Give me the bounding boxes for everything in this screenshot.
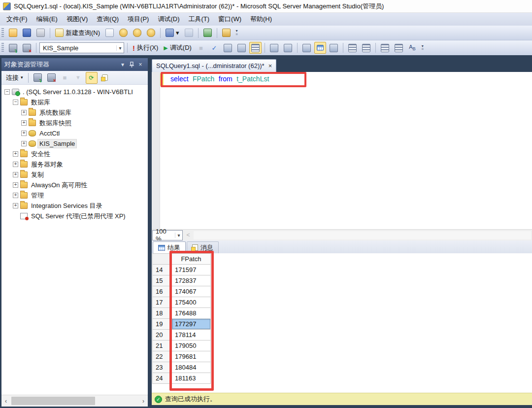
oe-connect-button[interactable] (32, 72, 44, 84)
oe-refresh-button[interactable]: ⟳ (86, 72, 98, 84)
include-actual-plan-button[interactable] (268, 42, 280, 54)
grid-cell[interactable]: 180484 (172, 362, 211, 373)
grid-row-header[interactable]: 23 (153, 362, 172, 373)
menu-item[interactable]: 调试(D) (153, 13, 184, 26)
parse-button[interactable]: ✓ (208, 42, 220, 54)
expand-icon[interactable]: + (21, 141, 27, 146)
results-to-text-button[interactable] (300, 42, 313, 54)
specify-values-button[interactable]: AB (406, 42, 418, 54)
tree-item[interactable]: −数据库 (1, 97, 148, 107)
tree-item[interactable]: +安全性 (1, 149, 148, 159)
oe-stop-script-button[interactable] (99, 72, 111, 84)
menu-item[interactable]: 项目(P) (123, 13, 153, 26)
query-designer-button[interactable] (235, 42, 248, 54)
grid-cell[interactable]: 178114 (172, 330, 211, 340)
scroll-left-arrow-icon[interactable]: ‹ (1, 398, 10, 405)
grid-row-header[interactable]: 22 (153, 351, 172, 362)
menu-item[interactable]: 工具(T) (184, 13, 214, 26)
specify-template-values-button[interactable] (249, 42, 262, 54)
scrollbar-thumb[interactable] (11, 397, 95, 405)
expand-icon[interactable]: + (13, 172, 18, 177)
toolbar-overflow-button[interactable]: ▾= (234, 30, 240, 36)
menu-item[interactable]: 视图(V) (62, 13, 92, 26)
auto-hide-pin-button[interactable] (127, 60, 136, 69)
grid-row-header[interactable]: 19 (153, 319, 172, 330)
query-editor[interactable]: select FPatch from t_PatchLst (152, 72, 532, 229)
grid-cell[interactable]: 179050 (172, 340, 211, 351)
grid-cell[interactable]: 172837 (172, 275, 211, 286)
increase-indent-button[interactable] (393, 42, 405, 54)
object-explorer-hscrollbar[interactable]: ‹ › (1, 395, 148, 407)
grid-cell-selected[interactable]: 177297 (172, 319, 211, 330)
oe-disconnect-button[interactable] (45, 72, 58, 84)
estimated-plan-button[interactable] (222, 42, 234, 54)
tree-item[interactable]: SQL Server 代理(已禁用代理 XP) (1, 211, 148, 221)
debug-button[interactable]: ▶ 调试(D) (162, 42, 194, 54)
grid-column-header[interactable]: FPatch (172, 254, 211, 265)
tree-item[interactable]: +Integration Services 目录 (1, 201, 148, 211)
comment-button[interactable] (346, 42, 359, 54)
window-position-button[interactable]: ▾ (118, 60, 127, 69)
grid-corner-cell[interactable] (153, 254, 172, 265)
editor-scroll-left-icon[interactable]: < (183, 232, 194, 238)
expand-icon[interactable]: + (21, 131, 27, 136)
tree-item[interactable]: −. (SQL Server 11.0.3128 - WIN-V6BTLI (1, 87, 148, 97)
grid-cell[interactable]: 179681 (172, 351, 211, 362)
expand-icon[interactable]: + (13, 151, 18, 157)
tree-item[interactable]: +AlwaysOn 高可用性 (1, 180, 148, 190)
expand-icon[interactable]: + (21, 120, 27, 126)
database-engine-query-button[interactable] (103, 27, 116, 39)
close-panel-button[interactable]: × (136, 60, 145, 69)
save-button[interactable] (21, 27, 33, 39)
grid-cell[interactable]: 171597 (172, 265, 211, 275)
object-explorer-header[interactable]: 对象资源管理器 ▾ × (1, 58, 148, 71)
execute-button[interactable]: ! 执行(X) (131, 42, 160, 54)
menu-item[interactable]: 窗口(W) (214, 13, 246, 26)
scrollbar-track[interactable] (10, 395, 139, 407)
print-button[interactable] (34, 27, 47, 39)
grid-cell[interactable]: 174067 (172, 286, 211, 297)
query-text[interactable]: select FPatch from t_PatchLst (170, 75, 269, 83)
toolbar-grip[interactable] (1, 43, 4, 53)
open-window-dropdown-button[interactable]: ▾ (164, 27, 181, 39)
decrease-indent-button[interactable] (379, 42, 391, 54)
client-statistics-button[interactable] (282, 42, 294, 54)
grid-row-header[interactable]: 16 (153, 286, 172, 297)
expand-icon[interactable]: + (13, 193, 18, 198)
expand-icon[interactable]: + (13, 182, 18, 188)
editor-hscrollbar[interactable] (194, 231, 531, 239)
grid-row-header[interactable]: 20 (153, 330, 172, 340)
grid-row-header[interactable]: 18 (153, 308, 172, 319)
stop-button[interactable]: ■ (195, 42, 207, 54)
collapse-icon[interactable]: − (4, 89, 10, 95)
zoom-selector[interactable]: 100 % ▾ (152, 230, 183, 240)
grid-row-header[interactable]: 14 (153, 265, 172, 275)
connect-menu-button[interactable]: 连接 ▾ (4, 72, 25, 84)
database-selector[interactable]: KIS_Sample ▾ (39, 42, 124, 53)
collapse-icon[interactable]: − (13, 100, 18, 105)
oe-stop-button[interactable]: ■ (59, 72, 71, 84)
open-file-button[interactable] (7, 27, 19, 39)
grid-row-header[interactable]: 15 (153, 275, 172, 286)
grid-cell[interactable]: 181163 (172, 373, 211, 384)
toolbar-overflow-button[interactable]: ▾= (420, 45, 426, 51)
expand-icon[interactable]: + (13, 162, 18, 167)
tree-item[interactable]: +复制 (1, 170, 148, 180)
tab-messages[interactable]: 消息 (187, 241, 219, 253)
grid-cell[interactable]: 175400 (172, 297, 211, 308)
menu-item[interactable]: 帮助(H) (246, 13, 276, 26)
results-to-grid-button[interactable] (314, 42, 326, 54)
send-disabled-button[interactable] (183, 27, 195, 39)
grid-row-header[interactable]: 21 (153, 340, 172, 351)
tree-item[interactable]: +数据库快照 (1, 118, 148, 128)
menu-item[interactable]: 编辑(E) (32, 13, 62, 26)
scroll-right-arrow-icon[interactable]: › (139, 398, 148, 405)
oe-filter-button[interactable]: ▼ (72, 72, 84, 84)
tree-item-selected[interactable]: +KIS_Sample (1, 138, 148, 149)
activity-monitor-button[interactable] (201, 27, 214, 39)
tree-item[interactable]: +管理 (1, 190, 148, 201)
results-to-file-button[interactable] (328, 42, 340, 54)
grid-row-header[interactable]: 24 (153, 373, 172, 384)
connect-button[interactable] (7, 42, 19, 54)
grid-row-header[interactable]: 17 (153, 297, 172, 308)
